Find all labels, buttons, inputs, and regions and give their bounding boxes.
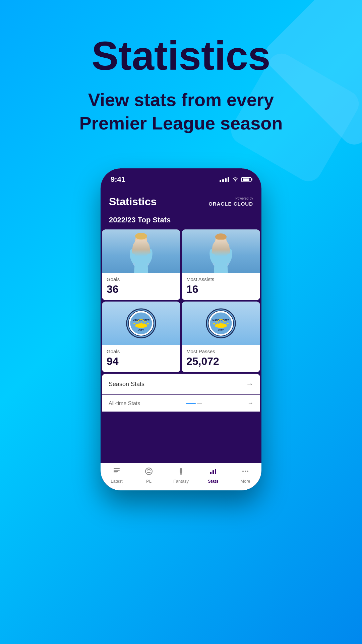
man-city-crest-2: MANCHESTER CITY ★ ★	[206, 308, 236, 338]
app-header: Statistics Powered by ORACLE CLOUD	[101, 189, 261, 213]
all-time-row[interactable]: All-time Stats →	[102, 395, 260, 412]
svg-point-48	[245, 471, 246, 472]
phone-screen: 9:41	[101, 168, 261, 490]
app-title: Statistics	[109, 196, 157, 208]
club1-bg: MANCHESTER CITY ★ ★	[102, 302, 180, 345]
club1-image: MANCHESTER CITY ★ ★	[102, 302, 180, 345]
svg-text:AIRWAYS: AIRWAYS	[218, 258, 224, 260]
svg-point-5	[129, 249, 136, 264]
season-stats-row[interactable]: Season Stats →	[102, 374, 260, 394]
nav-label-more: More	[240, 479, 250, 484]
nav-label-fantasy: Fantasy	[173, 479, 189, 484]
app-content: Statistics Powered by ORACLE CLOUD 2022/…	[101, 189, 261, 490]
status-icons	[220, 176, 251, 183]
svg-rect-44	[210, 472, 212, 474]
svg-text:★: ★	[133, 322, 136, 325]
stat-label-2: Most Assists	[186, 276, 255, 282]
svg-rect-38	[114, 468, 120, 469]
svg-point-47	[242, 471, 244, 472]
club2-bg: MANCHESTER CITY ★ ★	[182, 302, 260, 345]
stat-card-info-4: Most Passes 25,072	[182, 345, 260, 372]
stat-card-info-2: Most Assists 16	[182, 273, 260, 300]
nav-item-latest[interactable]: Latest	[107, 467, 127, 484]
stat-card-passes-club[interactable]: MANCHESTER CITY ★ ★	[182, 302, 260, 372]
svg-rect-39	[114, 470, 120, 471]
scroll-dot-active	[186, 403, 196, 404]
pl-icon	[145, 467, 153, 477]
season-label: 2022/23 Top Stats	[101, 213, 261, 229]
wifi-icon	[232, 176, 239, 183]
svg-text:ETIHAD: ETIHAD	[138, 255, 144, 257]
player2-image: ETIHAD AIRWAYS	[182, 229, 260, 273]
stat-card-info-1: Goals 36	[102, 273, 180, 300]
stat-label-1: Goals	[107, 276, 176, 282]
svg-rect-4	[136, 250, 146, 264]
stat-value-3: 94	[107, 355, 176, 368]
svg-point-17	[208, 249, 216, 264]
svg-point-2	[135, 233, 147, 239]
nav-label-latest: Latest	[111, 479, 122, 484]
svg-point-49	[247, 471, 248, 472]
stat-card-assists-player[interactable]: ETIHAD AIRWAYS Most Assists 16	[182, 229, 260, 300]
all-time-arrow: →	[247, 400, 253, 407]
svg-rect-7	[135, 262, 147, 268]
stat-value-2: 16	[186, 283, 255, 296]
bottom-nav: Latest PL	[101, 463, 261, 490]
svg-text:★: ★	[146, 322, 149, 325]
phone-container: 9:41	[0, 155, 362, 504]
svg-rect-8	[135, 267, 140, 273]
stat-card-goals-club[interactable]: MANCHESTER CITY ★ ★	[102, 302, 180, 372]
svg-rect-9	[142, 267, 147, 273]
page-title: Statistics	[27, 34, 335, 78]
phone-mockup: 9:41	[101, 168, 261, 490]
page-subtitle: View stats from everyPremier League seas…	[27, 88, 335, 135]
stat-label-4: Most Passes	[186, 348, 255, 354]
more-icon	[241, 467, 249, 477]
battery-icon	[241, 177, 251, 182]
svg-rect-40	[114, 471, 118, 472]
svg-point-18	[225, 249, 233, 264]
man-city-crest-1: MANCHESTER CITY ★ ★	[126, 308, 156, 338]
nav-item-stats[interactable]: Stats	[203, 467, 223, 484]
svg-text:CITY: CITY	[218, 329, 224, 332]
stat-value-1: 36	[107, 283, 176, 296]
stat-card-info-3: Goals 94	[102, 345, 180, 372]
all-time-label: All-time Stats	[109, 400, 140, 407]
nav-item-more[interactable]: More	[235, 467, 255, 484]
season-stats-arrow: →	[246, 380, 253, 388]
svg-point-42	[145, 468, 152, 475]
oracle-badge: Powered by ORACLE CLOUD	[208, 197, 253, 207]
player1-silhouette: ETIHAD AIRWAYS	[102, 229, 180, 273]
stats-grid: ETIHAD AIRWAYS Goals 36	[101, 229, 261, 372]
scroll-dot-inactive	[197, 403, 202, 404]
svg-rect-21	[222, 267, 227, 273]
club2-image: MANCHESTER CITY ★ ★	[182, 302, 260, 345]
svg-rect-20	[215, 267, 220, 273]
nav-item-pl[interactable]: PL	[139, 467, 159, 484]
svg-rect-19	[215, 262, 227, 268]
svg-text:★: ★	[226, 322, 229, 325]
svg-rect-15	[219, 246, 223, 250]
player2-silhouette: ETIHAD AIRWAYS	[182, 229, 260, 273]
stat-card-goals-player[interactable]: ETIHAD AIRWAYS Goals 36	[102, 229, 180, 300]
scroll-indicator	[183, 400, 205, 407]
oracle-name: ORACLE CLOUD	[208, 201, 253, 207]
svg-text:★: ★	[213, 322, 216, 325]
signal-icon	[220, 177, 229, 182]
stat-label-3: Goals	[107, 348, 176, 354]
svg-rect-45	[213, 470, 214, 474]
fantasy-icon	[177, 467, 185, 477]
svg-rect-46	[215, 469, 216, 474]
oracle-powered-text: Powered by	[208, 197, 253, 200]
status-bar: 9:41	[101, 168, 261, 189]
svg-rect-43	[180, 473, 182, 475]
svg-text:CITY: CITY	[138, 329, 144, 332]
svg-text:ETIHAD: ETIHAD	[218, 255, 224, 257]
stat-value-4: 25,072	[186, 355, 255, 368]
svg-point-6	[145, 249, 153, 264]
season-stats-label: Season Stats	[109, 381, 144, 388]
status-time: 9:41	[111, 175, 125, 184]
nav-item-fantasy[interactable]: Fantasy	[171, 467, 191, 484]
latest-icon	[113, 467, 121, 477]
nav-label-pl: PL	[146, 479, 152, 484]
